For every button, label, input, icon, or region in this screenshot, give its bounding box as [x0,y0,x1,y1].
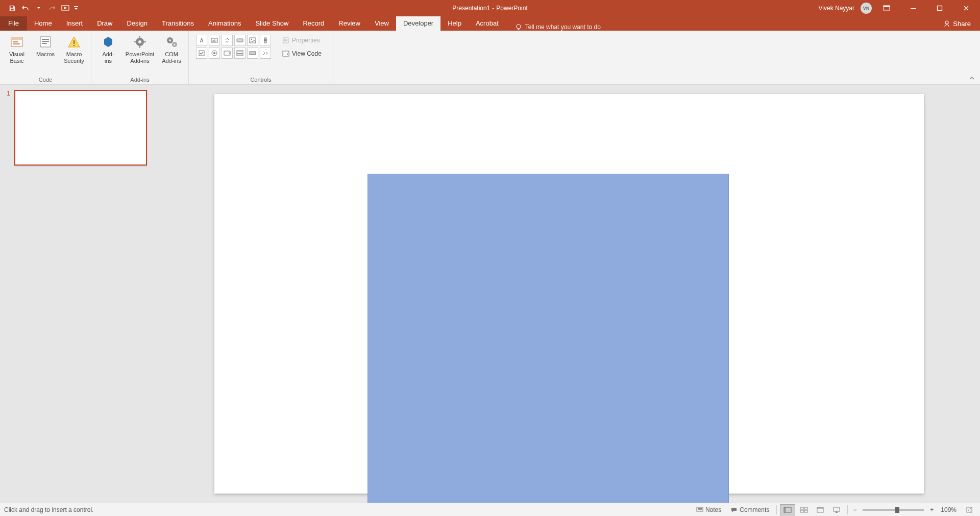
option-control-icon[interactable] [209,48,220,59]
svg-rect-59 [804,510,807,512]
svg-rect-41 [224,51,230,55]
com-addins-button[interactable]: COM Add-ins [158,32,185,64]
avatar[interactable]: VN [861,3,872,14]
properties-button[interactable]: Properties [279,35,325,46]
commandbutton-control-icon[interactable] [234,35,246,46]
tell-me-search[interactable]: Tell me what you want to do [515,24,601,31]
svg-rect-7 [938,6,942,11]
tab-developer[interactable]: Developer [396,16,440,31]
slideshow-icon[interactable] [59,2,71,14]
status-bar: Click and drag to insert a control. Note… [0,503,980,516]
tab-insert[interactable]: Insert [59,16,90,31]
svg-rect-16 [42,39,49,40]
title-bar: Presentation1 - PowerPoint Vivek Nayyar … [0,0,980,16]
svg-rect-13 [13,41,18,42]
maximize-icon[interactable] [928,0,951,16]
reading-view-icon[interactable] [813,504,828,515]
slide-1[interactable] [214,94,924,494]
work-area: 1 [0,85,980,503]
save-icon[interactable] [6,2,18,14]
redo-icon[interactable] [46,2,58,14]
share-button[interactable]: Share [934,16,980,31]
svg-point-22 [138,40,141,43]
thumbnail-slide-1[interactable]: 1 [4,90,154,166]
label-control-icon[interactable]: A [196,35,207,46]
tab-design[interactable]: Design [120,16,155,31]
image-control-icon[interactable] [247,35,258,46]
close-icon[interactable] [954,0,978,16]
more-controls-icon[interactable] [260,48,271,59]
notes-label: Notes [705,506,721,513]
slide-canvas-area[interactable] [158,85,980,503]
svg-rect-6 [911,8,916,9]
svg-rect-53 [698,509,702,510]
tab-slideshow[interactable]: Slide Show [248,16,296,31]
notes-button[interactable]: Notes [692,503,725,517]
slide-sorter-view-icon[interactable] [796,504,812,515]
tab-view[interactable]: View [368,16,396,31]
listbox-control-icon[interactable] [234,48,246,59]
combobox-control-icon[interactable] [222,48,233,59]
qat-customize-icon[interactable] [72,2,80,14]
collapse-ribbon-icon[interactable] [967,74,977,82]
tab-transitions[interactable]: Transitions [155,16,201,31]
group-code: Visual Basic Macros Macro Security Code [0,31,91,84]
tab-acrobat[interactable]: Acrobat [469,16,506,31]
slide-thumbnails-pane[interactable]: 1 [0,85,158,503]
svg-rect-63 [836,511,838,513]
addins-label: Add- ins [102,51,114,64]
svg-rect-17 [42,41,49,42]
tab-home[interactable]: Home [27,16,59,31]
svg-rect-57 [804,507,807,509]
gear-small-icon [163,34,180,50]
undo-more-icon[interactable] [33,2,45,14]
svg-rect-5 [884,6,890,7]
comments-button[interactable]: Comments [726,503,773,517]
thumbnail-preview[interactable] [14,90,147,166]
macros-button[interactable]: Macros [32,32,59,58]
comments-label: Comments [740,506,769,513]
tab-draw[interactable]: Draw [90,16,119,31]
normal-view-icon[interactable] [780,504,795,515]
zoom-slider[interactable] [863,509,924,511]
macros-label: Macros [36,51,55,58]
spin-control-icon[interactable] [222,35,233,46]
toggle-control-icon[interactable] [247,48,258,59]
zoom-thumb[interactable] [895,507,899,513]
scrollbar-control-icon[interactable] [260,35,271,46]
slideshow-view-icon[interactable] [829,504,844,515]
svg-rect-1 [11,9,13,11]
zoom-level[interactable]: 109% [937,503,961,517]
divider [776,505,777,514]
tab-review[interactable]: Review [331,16,368,31]
group-controls-label: Controls [250,76,271,84]
tab-file[interactable]: File [0,16,27,31]
view-code-button[interactable]: View Code [279,48,325,59]
addins-button[interactable]: Add- ins [94,32,122,64]
svg-point-40 [213,52,215,54]
ribbon: Visual Basic Macros Macro Security Code … [0,31,980,85]
warning-icon [66,34,82,50]
macro-security-button[interactable]: Macro Security [60,32,88,64]
activex-control-placeholder[interactable] [368,174,729,503]
undo-icon[interactable] [19,2,32,14]
zoom-in-button[interactable]: + [928,503,936,517]
textbox-control-icon[interactable]: ab [209,35,220,46]
visual-basic-button[interactable]: Visual Basic [3,32,31,64]
powerpoint-addins-button[interactable]: PowerPoint Add-ins [123,32,157,64]
share-icon [943,20,950,27]
minimize-icon[interactable] [901,0,925,16]
tab-help[interactable]: Help [440,16,469,31]
gear-icon [132,34,148,50]
tab-record[interactable]: Record [296,16,331,31]
svg-rect-20 [74,45,75,46]
tab-animations[interactable]: Animations [201,16,248,31]
fit-to-window-icon[interactable] [962,504,977,515]
zoom-out-button[interactable]: − [851,503,859,517]
checkbox-control-icon[interactable] [196,48,207,59]
ribbon-display-icon[interactable] [875,0,898,16]
com-addins-label: COM Add-ins [162,51,181,64]
group-addins: Add- ins PowerPoint Add-ins COM Add-ins … [91,31,189,84]
quick-access-toolbar [0,2,80,14]
svg-point-35 [251,39,252,40]
